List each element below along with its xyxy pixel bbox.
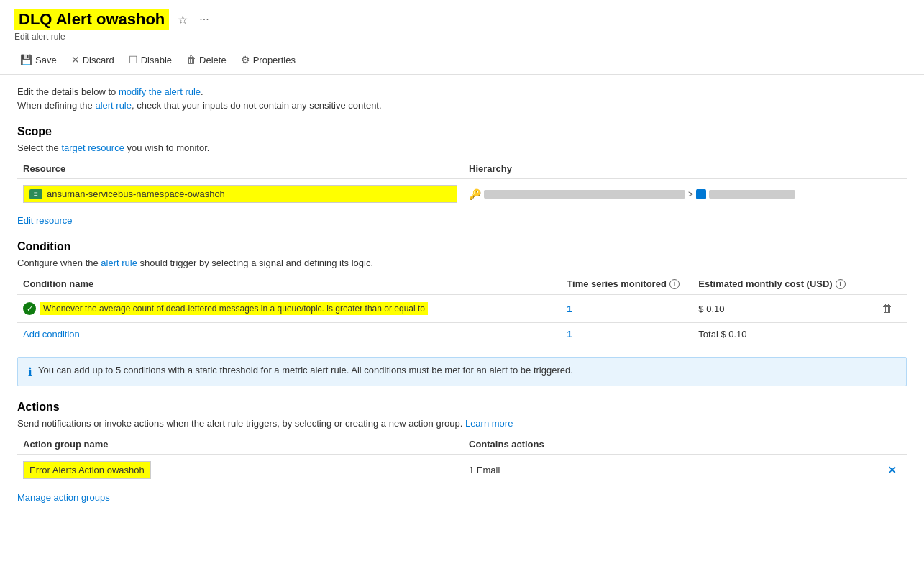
page-title: DLQ Alert owashoh — [14, 9, 169, 30]
delete-col-header — [868, 274, 907, 294]
actions-table: Action group name Contains actions Error… — [17, 434, 907, 485]
hierarchy-blurred-2 — [709, 190, 795, 199]
actions-title: Actions — [17, 401, 907, 414]
intro-line1: Edit the details below to modify the ale… — [17, 86, 907, 97]
save-button[interactable]: 💾 Save — [14, 51, 63, 68]
hierarchy-resource-icon — [696, 189, 706, 199]
manage-action-groups-link[interactable]: Manage action groups — [17, 492, 110, 503]
scope-table: Resource Hierarchy ≡ ansuman-servicebus-… — [17, 159, 907, 209]
content: Edit the details below to modify the ale… — [0, 75, 924, 514]
resource-header: Resource — [17, 159, 463, 179]
page-subtitle: Edit alert rule — [14, 32, 910, 42]
modify-link[interactable]: modify the alert rule — [119, 86, 201, 97]
hierarchy-header: Hierarchy — [463, 159, 907, 179]
resource-name-text: ansuman-servicebus-namespace-owashoh — [47, 188, 225, 199]
properties-button[interactable]: ⚙ Properties — [235, 51, 301, 68]
time-series-value: 1 — [567, 304, 572, 314]
remove-action-button[interactable]: ✕ — [883, 462, 901, 478]
cost-value: $ 0.10 — [698, 304, 724, 314]
toolbar: 💾 Save ✕ Discard ☐ Disable 🗑 Delete ⚙ Pr… — [0, 45, 924, 75]
more-button[interactable]: ··· — [196, 12, 211, 27]
info-box-text: You can add up to 5 conditions with a st… — [38, 365, 573, 376]
actions-description: Send notifications or invoke actions whe… — [17, 418, 907, 429]
condition-name-header: Condition name — [17, 274, 561, 294]
time-series-info-icon[interactable]: i — [669, 279, 680, 289]
delete-icon: 🗑 — [186, 54, 196, 65]
action-row: Error Alerts Action owashoh 1 Email ✕ — [17, 455, 907, 485]
remove-col-header — [877, 434, 907, 455]
resource-icon: ≡ — [29, 189, 42, 199]
alert-rule-link[interactable]: alert rule — [95, 100, 132, 111]
scope-title: Scope — [17, 125, 907, 138]
resource-row: ≡ ansuman-servicebus-namespace-owashoh 🔑… — [17, 179, 907, 209]
discard-button[interactable]: ✕ Discard — [65, 51, 120, 68]
condition-text[interactable]: Whenever the average count of dead-lette… — [40, 302, 428, 315]
target-resource-link[interactable]: target resource — [61, 142, 124, 153]
intro-line2: When defining the alert rule, check that… — [17, 100, 907, 111]
pin-button[interactable]: ☆ — [175, 12, 191, 28]
condition-row: ✓ Whenever the average count of dead-let… — [17, 294, 907, 323]
action-contains: 1 Email — [469, 465, 500, 475]
hierarchy-cell: 🔑 > — [469, 188, 901, 200]
delete-condition-button[interactable]: 🗑 — [877, 301, 897, 317]
total-cost-value: Total $ 0.10 — [698, 329, 746, 340]
properties-icon: ⚙ — [241, 54, 250, 65]
alert-rule-link2[interactable]: alert rule — [101, 258, 137, 268]
disable-button[interactable]: ☐ Disable — [123, 51, 178, 68]
total-ts-value: 1 — [567, 329, 572, 340]
condition-table: Condition name Time series monitored i E… — [17, 274, 907, 345]
discard-icon: ✕ — [71, 54, 80, 65]
add-condition-row: Add condition 1 Total $ 0.10 — [17, 323, 907, 346]
save-icon: 💾 — [20, 54, 32, 65]
action-group-header: Action group name — [17, 434, 463, 455]
condition-title: Condition — [17, 240, 907, 253]
action-group-name: Error Alerts Action owashoh — [23, 461, 151, 479]
hierarchy-separator: > — [688, 189, 693, 199]
info-icon: ℹ — [28, 365, 32, 378]
disable-icon: ☐ — [129, 54, 138, 65]
resource-name-cell: ≡ ansuman-servicebus-namespace-owashoh — [23, 185, 457, 203]
hierarchy-blurred-1 — [484, 190, 685, 199]
key-icon: 🔑 — [469, 188, 481, 200]
add-condition-link[interactable]: Add condition — [23, 329, 80, 340]
condition-name-cell: ✓ Whenever the average count of dead-let… — [23, 302, 555, 315]
edit-resource-link[interactable]: Edit resource — [17, 215, 73, 226]
learn-more-link[interactable]: Learn more — [465, 418, 513, 429]
condition-info-box: ℹ You can add up to 5 conditions with a … — [17, 357, 907, 386]
header: DLQ Alert owashoh ☆ ··· Edit alert rule — [0, 0, 924, 45]
check-icon: ✓ — [23, 302, 36, 315]
scope-description: Select the target resource you wish to m… — [17, 142, 907, 153]
cost-info-icon[interactable]: i — [836, 279, 846, 289]
delete-button[interactable]: 🗑 Delete — [180, 51, 232, 68]
condition-description: Configure when the alert rule should tri… — [17, 258, 907, 268]
contains-header: Contains actions — [463, 434, 877, 455]
cost-header: Estimated monthly cost (USD) i — [692, 274, 868, 294]
time-series-header: Time series monitored i — [561, 274, 692, 294]
page: DLQ Alert owashoh ☆ ··· Edit alert rule … — [0, 0, 924, 587]
